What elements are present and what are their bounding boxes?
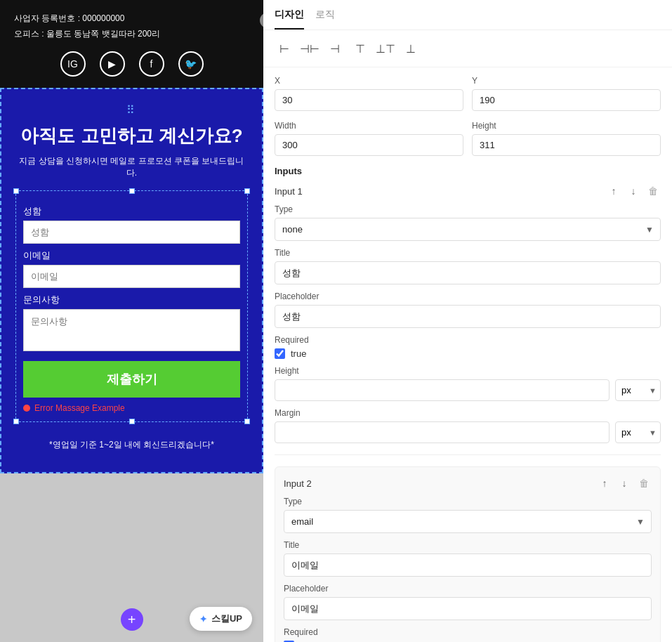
resize-handle-tl[interactable] [13, 188, 19, 194]
input2-placeholder-label: Placeholder [284, 584, 652, 594]
height-label: Height [472, 121, 661, 131]
height-field-group: Height [472, 121, 661, 156]
resize-handle-bm[interactable] [129, 419, 135, 424]
skills-up-badge[interactable]: ✦ 스킬UP [190, 607, 252, 631]
input1-required-label: Required [275, 335, 661, 345]
input2-actions: ↑ ↓ 🗑 [597, 476, 652, 491]
input1-height-label: Height [275, 366, 661, 376]
resize-handle-tr[interactable] [244, 188, 250, 194]
resize-handle-bl[interactable] [13, 419, 19, 424]
y-label: Y [472, 76, 661, 86]
facebook-icon[interactable]: f [139, 51, 164, 77]
form-headline: 아직도 고민하고 계신가요? [15, 124, 248, 148]
panel-body: X Y Width Height Inputs Input 1 [263, 67, 672, 642]
drag-handle[interactable]: ⠿ [15, 103, 248, 117]
input1-delete-btn[interactable]: 🗑 [645, 183, 661, 199]
width-input[interactable] [275, 134, 463, 156]
input1-margin-unit-select[interactable]: px % [615, 421, 661, 443]
error-dot-icon [23, 405, 30, 412]
y-input[interactable] [472, 89, 661, 111]
x-field-group: X [275, 76, 463, 111]
input2-placeholder-row: Placeholder [284, 584, 652, 627]
input2-type-row: Type none text email textarea ▼ [284, 497, 652, 533]
input2-delete-btn[interactable]: 🗑 [636, 476, 652, 491]
height-input[interactable] [472, 134, 661, 156]
input1-type-row: Type none text email textarea ▼ [275, 204, 661, 241]
align-center-h-btn[interactable]: ⊣⊢ [300, 39, 319, 58]
error-text: Error Massage Example [34, 403, 125, 413]
input1-height-input[interactable] [275, 379, 610, 401]
input1-actions: ↑ ↓ 🗑 [606, 183, 661, 199]
field-label-email: 이메일 [23, 249, 240, 262]
input1-height-section: Height px % ▼ [275, 366, 661, 401]
input1-required-true-label: true [291, 348, 306, 359]
input1-height-unit-select[interactable]: px % [615, 379, 661, 401]
add-button[interactable]: + [121, 608, 143, 631]
input2-down-btn[interactable]: ↓ [617, 476, 632, 491]
inputs-section-label: Inputs [275, 166, 661, 176]
input1-type-select[interactable]: none text email textarea [275, 218, 661, 241]
input2-placeholder-input[interactable] [284, 597, 652, 620]
input2-title-input[interactable] [284, 553, 652, 577]
business-number: 사업자 등록번호 : 000000000 [14, 11, 249, 27]
input1-type-label: Type [275, 204, 661, 214]
input2-type-select[interactable]: none text email textarea [284, 510, 652, 533]
wh-row: Width Height [275, 121, 661, 156]
field-label-name: 성함 [23, 205, 240, 218]
tab-design[interactable]: 디자인 [275, 8, 304, 30]
input1-margin-label: Margin [275, 408, 661, 418]
align-right-btn[interactable]: ⊣ [325, 39, 345, 58]
input1-required-checkbox[interactable] [275, 348, 285, 359]
skills-star-icon: ✦ [199, 614, 207, 624]
input1-type-select-wrapper: none text email textarea ▼ [275, 218, 661, 241]
field-label-inquiry: 문의사항 [23, 294, 240, 306]
instagram-icon[interactable]: IG [60, 51, 86, 77]
y-field-group: Y [472, 76, 661, 111]
input1-placeholder-label: Placeholder [275, 291, 661, 301]
input1-margin-row: px % ▼ [275, 421, 661, 443]
error-message: Error Massage Example [23, 403, 240, 413]
input-name[interactable] [23, 221, 240, 244]
input1-section: Input 1 ↑ ↓ 🗑 Type none text email texta… [275, 183, 661, 443]
input2-header-row: Input 2 ↑ ↓ 🗑 [284, 476, 652, 491]
input1-title-row: Title [275, 248, 661, 291]
form-box[interactable]: 성함 이메일 문의사항 제출하기 Error Massage Example [15, 190, 248, 422]
input1-up-btn[interactable]: ↑ [606, 183, 621, 199]
input-email[interactable] [23, 265, 240, 288]
blue-form-section: ⠿ 아직도 고민하고 계신가요? 지금 상담을 신청하시면 메일로 프로모션 쿠… [0, 88, 263, 473]
align-top-btn[interactable]: ⊤ [350, 39, 370, 58]
input2-up-btn[interactable]: ↑ [597, 476, 612, 491]
panel-tabs: 디자인 로직 [263, 0, 672, 30]
resize-handle-tm[interactable] [129, 188, 135, 194]
twitter-icon[interactable]: 🐦 [178, 51, 204, 77]
input2-type-select-wrapper: none text email textarea ▼ [284, 510, 652, 533]
align-center-v-btn[interactable]: ⊥⊤ [376, 39, 395, 58]
input1-label: Input 1 [275, 186, 303, 197]
x-input[interactable] [275, 89, 463, 111]
input1-header-row: Input 1 ↑ ↓ 🗑 [275, 183, 661, 199]
align-tools: ⊢ ⊣⊢ ⊣ ⊤ ⊥⊤ ⊥ [263, 30, 672, 67]
tab-logic[interactable]: 로직 [315, 8, 335, 30]
input1-placeholder-row: Placeholder [275, 291, 661, 335]
input1-title-input[interactable] [275, 261, 661, 284]
input1-placeholder-input[interactable] [275, 305, 661, 328]
input1-margin-section: Margin px % ▼ [275, 408, 661, 443]
input1-required-row: true [275, 348, 661, 359]
office-address: 오피스 : 울릉도 동남쪽 뱃길따라 200리 [14, 27, 249, 42]
align-left-btn[interactable]: ⊢ [275, 39, 294, 58]
input-inquiry[interactable] [23, 309, 240, 351]
input2-title-row: Title [284, 540, 652, 584]
input1-down-btn[interactable]: ↓ [626, 183, 641, 199]
canvas-area: 사업자 등록번호 : 000000000 오피스 : 울릉도 동남쪽 뱃길따라 … [0, 0, 263, 642]
resize-handle-br[interactable] [244, 419, 250, 424]
youtube-icon[interactable]: ▶ [100, 51, 125, 77]
input2-required-label: Required [284, 627, 652, 637]
input1-margin-input[interactable] [275, 421, 610, 443]
skills-up-label: 스킬UP [211, 612, 242, 625]
input2-type-label: Type [284, 497, 652, 506]
x-label: X [275, 76, 463, 86]
align-bottom-btn[interactable]: ⊥ [401, 39, 421, 58]
submit-button[interactable]: 제출하기 [23, 361, 240, 398]
input1-required-section: Required true [275, 335, 661, 359]
width-label: Width [275, 121, 463, 131]
